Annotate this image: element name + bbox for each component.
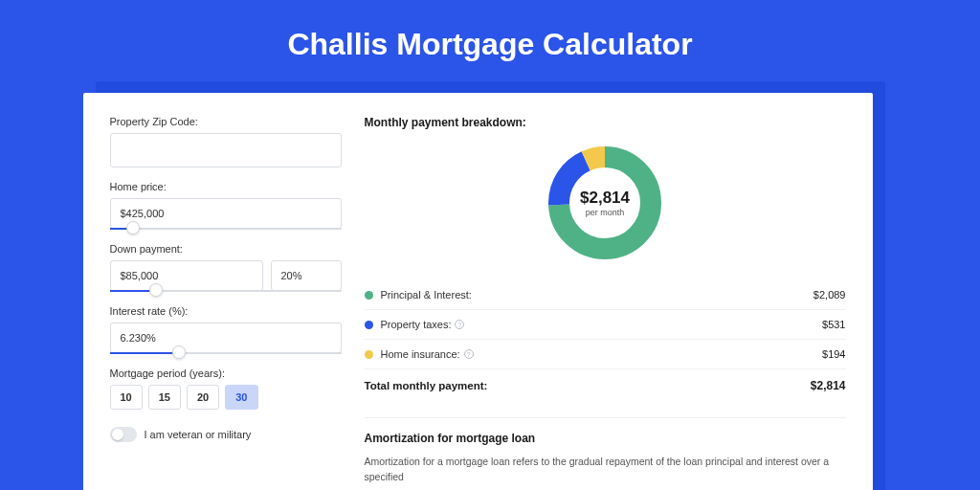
home-price-slider-thumb[interactable] bbox=[126, 221, 140, 234]
legend-dot-green bbox=[365, 291, 373, 300]
legend-dot-yellow bbox=[365, 350, 373, 359]
legend-value-taxes: $531 bbox=[822, 319, 845, 330]
form-column: Property Zip Code: Home price: Down paym… bbox=[110, 116, 342, 490]
legend-label-taxes: Property taxes: ? bbox=[381, 319, 823, 330]
legend-row-principal: Principal & Interest: $2,089 bbox=[365, 280, 846, 310]
period-btn-15[interactable]: 15 bbox=[148, 385, 181, 410]
home-price-label: Home price: bbox=[110, 181, 342, 192]
amortization-title: Amortization for mortgage loan bbox=[365, 432, 846, 445]
period-btn-20[interactable]: 20 bbox=[187, 385, 219, 410]
page-title: Challis Mortgage Calculator bbox=[0, 0, 980, 81]
veteran-label: I am veteran or military bbox=[145, 429, 252, 440]
donut-chart-wrap: $2,814 per month bbox=[365, 139, 846, 275]
period-btn-30[interactable]: 30 bbox=[225, 385, 257, 410]
donut-amount: $2,814 bbox=[580, 189, 630, 208]
period-field-group: Mortgage period (years): 10 15 20 30 bbox=[110, 368, 342, 410]
legend-total-row: Total monthly payment: $2,814 bbox=[365, 369, 846, 402]
down-payment-input[interactable] bbox=[110, 260, 263, 291]
legend-total-value: $2,814 bbox=[811, 379, 846, 392]
legend-dot-blue bbox=[365, 321, 373, 329]
calculator-card: Property Zip Code: Home price: Down paym… bbox=[83, 93, 873, 490]
card-shadow: Property Zip Code: Home price: Down paym… bbox=[96, 81, 885, 490]
down-payment-pct-input[interactable] bbox=[271, 260, 342, 291]
legend-row-insurance: Home insurance: ? $194 bbox=[365, 340, 846, 369]
breakdown-column: Monthly payment breakdown: $2,814 per mo… bbox=[365, 116, 846, 490]
legend-label-insurance-text: Home insurance: bbox=[381, 348, 460, 360]
info-icon[interactable]: ? bbox=[455, 320, 464, 329]
amortization-section: Amortization for mortgage loan Amortizat… bbox=[365, 417, 846, 485]
period-label: Mortgage period (years): bbox=[110, 368, 342, 379]
down-payment-field-group: Down payment: bbox=[110, 243, 342, 292]
interest-slider[interactable] bbox=[110, 352, 342, 354]
zip-input[interactable] bbox=[110, 133, 342, 167]
home-price-slider[interactable] bbox=[110, 228, 342, 230]
legend-row-taxes: Property taxes: ? $531 bbox=[365, 310, 846, 340]
interest-label: Interest rate (%): bbox=[110, 305, 342, 317]
down-payment-slider-thumb[interactable] bbox=[149, 283, 163, 297]
legend-label-taxes-text: Property taxes: bbox=[381, 319, 452, 330]
legend-value-insurance: $194 bbox=[822, 348, 845, 360]
amortization-text: Amortization for a mortgage loan refers … bbox=[365, 455, 846, 485]
info-icon[interactable]: ? bbox=[464, 349, 474, 359]
down-payment-slider[interactable] bbox=[110, 290, 342, 292]
breakdown-title: Monthly payment breakdown: bbox=[365, 116, 846, 129]
zip-field-group: Property Zip Code: bbox=[110, 116, 342, 167]
interest-slider-thumb[interactable] bbox=[172, 345, 186, 359]
period-btn-10[interactable]: 10 bbox=[110, 385, 143, 410]
home-price-input[interactable] bbox=[110, 198, 342, 229]
home-price-field-group: Home price: bbox=[110, 181, 342, 230]
donut-sub: per month bbox=[580, 208, 630, 217]
donut-center: $2,814 per month bbox=[580, 189, 630, 217]
donut-chart: $2,814 per month bbox=[546, 145, 663, 261]
legend-label-principal: Principal & Interest: bbox=[381, 289, 813, 301]
veteran-toggle[interactable] bbox=[110, 427, 137, 442]
legend-total-label: Total monthly payment: bbox=[365, 379, 811, 392]
interest-input[interactable] bbox=[110, 323, 342, 353]
legend: Principal & Interest: $2,089 Property ta… bbox=[365, 280, 846, 402]
period-options: 10 15 20 30 bbox=[110, 385, 342, 410]
interest-field-group: Interest rate (%): bbox=[110, 305, 342, 354]
legend-label-insurance: Home insurance: ? bbox=[381, 348, 823, 360]
legend-value-principal: $2,089 bbox=[813, 289, 846, 301]
down-payment-label: Down payment: bbox=[110, 243, 342, 255]
veteran-row: I am veteran or military bbox=[110, 427, 342, 442]
zip-label: Property Zip Code: bbox=[110, 116, 342, 127]
